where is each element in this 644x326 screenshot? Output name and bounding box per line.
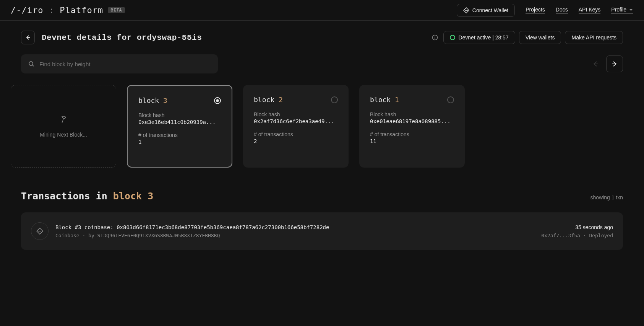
view-wallets-button[interactable]: View wallets: [519, 31, 561, 44]
transaction-body: Block #3 coinbase: 0x803d66f8171ec3b68de…: [55, 224, 534, 238]
logo-text-prefix: /-/iro: [11, 5, 43, 15]
beta-badge: BETA: [108, 7, 125, 13]
transactions-header: Transactions in block 3 showing 1 txn: [21, 191, 623, 202]
nav-projects[interactable]: Projects: [526, 7, 545, 14]
hammer-icon: [58, 115, 69, 126]
transaction-subtitle: Coinbase · by ST3Q96TFVE6E0Q91XVX6S8RWAJ…: [55, 233, 534, 238]
logo-text-suffix: Platform: [60, 5, 103, 15]
hash-label: Block hash: [254, 111, 338, 117]
nav-api-keys[interactable]: API Keys: [579, 7, 601, 14]
block-title: block 3: [138, 96, 167, 104]
transactions-title: Transactions in block 3: [21, 191, 153, 202]
txn-count-label: # of transactions: [370, 131, 454, 137]
logo-section: /-/iro : Platform BETA: [11, 5, 125, 15]
hash-value: 0xe01eae68197e8a089885...: [370, 118, 454, 124]
nav-profile-label: Profile: [611, 7, 626, 13]
txn-count-label: # of transactions: [254, 131, 338, 137]
transaction-hash-status: 0x2af7...3f5a · Deployed: [541, 233, 613, 238]
page-title: Devnet details for ordyswap-55is: [42, 33, 202, 42]
status-text: Devnet active | 28:57: [458, 34, 508, 41]
back-button[interactable]: [21, 31, 35, 44]
transactions-count: showing 1 txn: [590, 194, 623, 200]
txn-count-label: # of transactions: [138, 132, 221, 138]
transactions-section: Transactions in block 3 showing 1 txn Bl…: [0, 168, 644, 250]
transaction-title: Block #3 coinbase: 0x803d66f8171ec3b68de…: [55, 224, 534, 230]
nav-docs[interactable]: Docs: [556, 7, 568, 14]
info-icon[interactable]: [430, 33, 440, 42]
nav-right: Connect Wallet Projects Docs API Keys Pr…: [457, 4, 633, 17]
status-dot-icon: [450, 35, 455, 40]
txn-count-value: 2: [254, 138, 338, 144]
connect-wallet-button[interactable]: Connect Wallet: [457, 4, 515, 17]
make-api-requests-button[interactable]: Make API requests: [565, 31, 623, 44]
radio-unselected-icon: [447, 96, 454, 103]
subheader: Devnet details for ordyswap-55is Devnet …: [0, 21, 644, 54]
search-box[interactable]: [21, 54, 218, 73]
block-card-2[interactable]: block 2 Block hash 0x2af7d36c6ef2bea3ae4…: [243, 85, 349, 168]
transaction-row[interactable]: Block #3 coinbase: 0x803d66f8171ec3b68de…: [21, 212, 623, 250]
hash-label: Block hash: [138, 112, 221, 118]
mining-label: Mining Next Block...: [40, 132, 87, 138]
block-title: block 2: [254, 96, 283, 104]
logo: /-/iro : Platform: [11, 5, 103, 15]
subheader-right: Devnet active | 28:57 View wallets Make …: [430, 31, 623, 44]
subheader-left: Devnet details for ordyswap-55is: [21, 31, 202, 44]
prev-arrow-disabled: [588, 56, 603, 72]
transaction-meta: 35 seconds ago 0x2af7...3f5a · Deployed: [541, 224, 613, 238]
transaction-time: 35 seconds ago: [541, 224, 613, 230]
top-header: /-/iro : Platform BETA Connect Wallet Pr…: [0, 0, 644, 21]
search-input[interactable]: [39, 61, 211, 67]
blocks-carousel: Mining Next Block... block 3 Block hash …: [0, 85, 644, 168]
block-header: block 3: [138, 96, 221, 104]
txn-count-value: 11: [370, 138, 454, 144]
mining-block-card: Mining Next Block...: [11, 85, 116, 168]
nav-profile[interactable]: Profile: [611, 7, 633, 14]
block-card-3[interactable]: block 3 Block hash 0xe3e16eb411c0b20939a…: [127, 85, 232, 168]
hash-value: 0xe3e16eb411c0b20939a...: [138, 119, 221, 125]
hash-label: Block hash: [370, 111, 454, 117]
hash-value: 0x2af7d36c6ef2bea3ae49...: [254, 118, 338, 124]
logo-colon: :: [43, 5, 60, 15]
arrow-left-icon: [24, 34, 31, 41]
transaction-type-icon: [31, 222, 49, 240]
search-icon: [28, 60, 35, 67]
next-arrow-button[interactable]: [606, 55, 623, 72]
svg-point-1: [29, 62, 33, 65]
connect-wallet-label: Connect Wallet: [472, 7, 508, 13]
nav-arrows: [588, 55, 623, 72]
devnet-status-pill[interactable]: Devnet active | 28:57: [443, 31, 515, 44]
block-header: block 2: [254, 96, 338, 104]
block-header: block 1: [370, 96, 454, 104]
radio-selected-icon: [214, 97, 221, 104]
chevron-down-icon: [629, 7, 633, 12]
wallet-icon: [463, 7, 469, 13]
radio-unselected-icon: [331, 96, 338, 103]
search-row: [0, 54, 644, 85]
block-card-1[interactable]: block 1 Block hash 0xe01eae68197e8a08988…: [359, 85, 465, 168]
block-title: block 1: [370, 96, 399, 104]
txn-count-value: 1: [138, 139, 221, 145]
